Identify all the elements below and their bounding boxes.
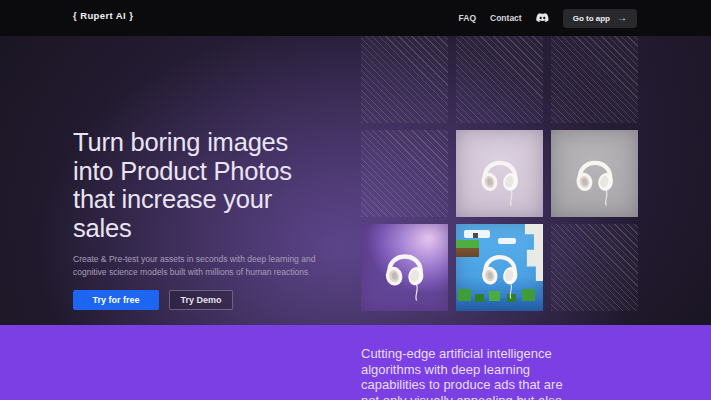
- hero-section: Turn boring imagesinto Product Photostha…: [73, 128, 353, 310]
- try-for-free-button[interactable]: Try for free: [73, 290, 159, 310]
- placeholder-tile: [361, 36, 448, 123]
- hero-title-line: into Product Photos: [73, 157, 353, 186]
- banner-text: Cutting-edge artificial intelligencealgo…: [361, 346, 563, 400]
- nav-link-contact[interactable]: Contact: [490, 13, 522, 23]
- hero-title-line: Turn boring images: [73, 128, 353, 157]
- go-to-app-label: Go to app: [573, 14, 610, 23]
- bottom-banner: Cutting-edge artificial intelligencealgo…: [0, 325, 711, 400]
- banner-line: capabilities to produce ads that are: [361, 377, 563, 393]
- go-to-app-button[interactable]: Go to app →: [563, 9, 637, 28]
- product-photo-headphones-gray: [551, 130, 638, 217]
- hero-subtitle-line: Create & Pre-test your assets in seconds…: [73, 253, 353, 266]
- product-photo-headphones-purple: [361, 224, 448, 311]
- arrow-right-icon: →: [617, 13, 627, 23]
- hero-title: Turn boring imagesinto Product Photostha…: [73, 128, 353, 242]
- banner-line: Cutting-edge artificial intelligence: [361, 346, 563, 362]
- try-demo-button[interactable]: Try Demo: [169, 290, 233, 310]
- hero-subtitle-line: cognitive science models built with mill…: [73, 266, 353, 279]
- image-gallery: [361, 36, 638, 311]
- hero-title-line: sales: [73, 214, 353, 243]
- placeholder-tile: [456, 36, 543, 123]
- placeholder-tile: [361, 130, 448, 217]
- hero-subtitle: Create & Pre-test your assets in seconds…: [73, 253, 353, 279]
- hero-title-line: that increase your: [73, 185, 353, 214]
- header: { Rupert AI } FAQ Contact Go to app →: [0, 0, 711, 36]
- placeholder-tile: [551, 36, 638, 123]
- landing-page: { Rupert AI } FAQ Contact Go to app → Tu…: [0, 0, 711, 400]
- product-photo-headphones-game: [456, 224, 543, 311]
- banner-line: algorithms with deep learning: [361, 362, 563, 378]
- header-nav: FAQ Contact Go to app →: [459, 0, 637, 36]
- discord-icon[interactable]: [536, 13, 549, 23]
- hero-buttons: Try for free Try Demo: [73, 290, 353, 310]
- banner-line: not only visually appealing but also: [361, 393, 563, 400]
- product-photo-headphones-pink: [456, 130, 543, 217]
- placeholder-tile: [551, 224, 638, 311]
- nav-link-faq[interactable]: FAQ: [459, 13, 476, 23]
- logo[interactable]: { Rupert AI }: [73, 10, 133, 21]
